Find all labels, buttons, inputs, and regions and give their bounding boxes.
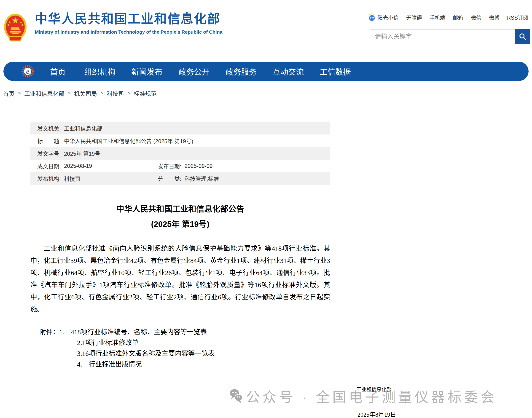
meta-label: 发文机关: bbox=[37, 124, 61, 132]
breadcrumb-home[interactable]: 首页 bbox=[3, 89, 14, 97]
breadcrumb-separator: > bbox=[127, 90, 130, 96]
site-header: 中华人民共和国工业和信息化部 Ministry of Industry and … bbox=[0, 0, 532, 62]
attachment-1-link[interactable]: 附件：1. 418项行业标准编号、名称、主要内容等一览表 bbox=[39, 327, 330, 337]
breadcrumb-separator: > bbox=[18, 90, 21, 96]
site-title-block: 中华人民共和国工业和信息化部 Ministry of Industry and … bbox=[35, 12, 222, 35]
header-quick-links: 阳光小信 无障碍 手机端 邮箱 微信 微博 RSS订阅 bbox=[368, 13, 528, 22]
meta-cell: 发布机构: 科技司 bbox=[30, 174, 151, 183]
nav-item-gov-info[interactable]: 政务公开 bbox=[170, 66, 217, 77]
meta-row-doc-number: 发文字号: 2025年 第19号 bbox=[30, 147, 330, 160]
article-title-line1: 中华人民共和国工业和信息化部公告 bbox=[30, 201, 330, 217]
meta-row-publisher-category: 发布机构: 科技司 分 类: 科技管理,标准 bbox=[30, 172, 330, 185]
breadcrumb-standards[interactable]: 标准规范 bbox=[134, 89, 157, 97]
meta-cell: 分 类: 科技管理,标准 bbox=[151, 174, 330, 183]
quick-link-xiaoxin[interactable]: 阳光小信 bbox=[368, 13, 399, 22]
document-content: 发文机关: 工业和信息化部 标 题: 中华人民共和国工业和信息化部公告 (202… bbox=[30, 122, 330, 370]
meta-label: 标 题: bbox=[37, 137, 61, 145]
wechat-icon bbox=[229, 387, 244, 406]
svg-text:e: e bbox=[26, 68, 29, 75]
meta-label: 分 类: bbox=[158, 174, 181, 183]
signature-org: 工业和信息化部 bbox=[356, 385, 391, 392]
nav-item-data[interactable]: 工信数据 bbox=[312, 66, 359, 77]
meta-value: 科技司 bbox=[64, 174, 81, 183]
meta-row-issuing-org: 发文机关: 工业和信息化部 bbox=[30, 122, 330, 134]
nav-item-interaction[interactable]: 互动交流 bbox=[265, 66, 312, 77]
miit-gear-logo-icon[interactable]: e bbox=[21, 65, 34, 78]
meta-value: 工业和信息化部 bbox=[64, 124, 103, 132]
meta-value: 2025年 第19号 bbox=[64, 149, 100, 157]
quick-link-label: 无障碍 bbox=[406, 13, 422, 21]
attachment-4-link[interactable]: 4. 行业标准出版情况 bbox=[77, 359, 330, 370]
article-title: 中华人民共和国工业和信息化部公告 (2025年 第19号) bbox=[30, 201, 330, 232]
attachment-3-link[interactable]: 3.16项行业标准外文版名称及主要内容等一览表 bbox=[77, 348, 330, 359]
search-button[interactable] bbox=[515, 29, 530, 44]
attachments-list: 附件：1. 418项行业标准编号、名称、主要内容等一览表 2.1项行业标准修改单… bbox=[30, 327, 330, 370]
breadcrumb-separator: > bbox=[68, 90, 71, 96]
quick-link-label: 阳光小信 bbox=[378, 13, 399, 21]
quick-link-label: 邮箱 bbox=[453, 13, 463, 21]
meta-row-dates: 成文日期: 2025-08-19 发布日期: 2025-09-09 bbox=[30, 160, 330, 172]
meta-value: 2025-08-19 bbox=[64, 163, 92, 169]
attachment-2-link[interactable]: 2.1项行业标准修改单 bbox=[77, 337, 330, 348]
site-title-cn: 中华人民共和国工业和信息化部 bbox=[35, 12, 222, 26]
quick-link-label: RSS订阅 bbox=[507, 13, 528, 21]
quick-link-rss[interactable]: RSS订阅 bbox=[507, 13, 528, 21]
signature-date: 2025年8月19日 bbox=[357, 410, 396, 418]
search-icon bbox=[519, 33, 527, 41]
meta-value: 中华人民共和国工业和信息化部公告 (2025年 第19号) bbox=[64, 137, 193, 145]
meta-value: 2025-09-09 bbox=[185, 163, 213, 169]
breadcrumb-separator: > bbox=[100, 90, 103, 96]
quick-link-wechat[interactable]: 微信 bbox=[471, 13, 482, 21]
search-bar bbox=[370, 29, 530, 44]
article-paragraph: 工业和信息化部批准《面向人脸识别系统的人脸信息保护基础能力要求》等418项行业标… bbox=[30, 243, 330, 315]
meta-label: 发文字号: bbox=[37, 149, 61, 157]
breadcrumb: 首页 > 工业和信息化部 > 机关司局 > 科技司 > 标准规范 bbox=[3, 89, 157, 97]
meta-cell: 成文日期: 2025-08-19 bbox=[30, 162, 151, 170]
meta-cell: 发文字号: 2025年 第19号 bbox=[30, 149, 330, 157]
quick-link-mail[interactable]: 邮箱 bbox=[453, 13, 463, 21]
meta-label: 成文日期: bbox=[37, 162, 61, 170]
nav-item-organization[interactable]: 组织机构 bbox=[76, 66, 123, 77]
main-nav: e 首页 组织机构 新闻发布 政务公开 政务服务 互动交流 工信数据 bbox=[3, 62, 529, 81]
meta-label: 发布日期: bbox=[158, 162, 181, 170]
nav-item-home[interactable]: 首页 bbox=[40, 66, 76, 77]
article-title-line2: (2025年 第19号) bbox=[30, 217, 330, 232]
quick-link-label: 微博 bbox=[489, 13, 499, 21]
quick-link-mobile[interactable]: 手机端 bbox=[429, 13, 445, 21]
quick-link-label: 手机端 bbox=[429, 13, 445, 21]
site-title-en: Ministry of Industry and Information Tec… bbox=[35, 29, 222, 35]
meta-cell: 发文机关: 工业和信息化部 bbox=[30, 124, 330, 132]
quick-link-accessibility[interactable]: 无障碍 bbox=[406, 13, 422, 21]
meta-cell: 标 题: 中华人民共和国工业和信息化部公告 (2025年 第19号) bbox=[30, 137, 330, 145]
quick-link-label: 微信 bbox=[471, 13, 482, 21]
assistant-robot-icon bbox=[368, 13, 376, 22]
quick-link-weibo[interactable]: 微博 bbox=[489, 13, 499, 21]
meta-cell: 发布日期: 2025-09-09 bbox=[151, 162, 330, 170]
breadcrumb-science-dept[interactable]: 科技司 bbox=[107, 89, 124, 97]
nav-item-news[interactable]: 新闻发布 bbox=[123, 66, 170, 77]
national-emblem-icon bbox=[4, 12, 27, 43]
meta-label: 发布机构: bbox=[37, 174, 61, 183]
document-meta-table: 发文机关: 工业和信息化部 标 题: 中华人民共和国工业和信息化部公告 (202… bbox=[30, 122, 330, 185]
nav-item-gov-service[interactable]: 政务服务 bbox=[217, 66, 265, 77]
meta-value: 科技管理,标准 bbox=[185, 174, 219, 183]
breadcrumb-miit[interactable]: 工业和信息化部 bbox=[24, 89, 64, 97]
breadcrumb-departments[interactable]: 机关司局 bbox=[74, 89, 97, 97]
search-input[interactable] bbox=[370, 29, 515, 44]
meta-row-title: 标 题: 中华人民共和国工业和信息化部公告 (2025年 第19号) bbox=[30, 134, 330, 147]
